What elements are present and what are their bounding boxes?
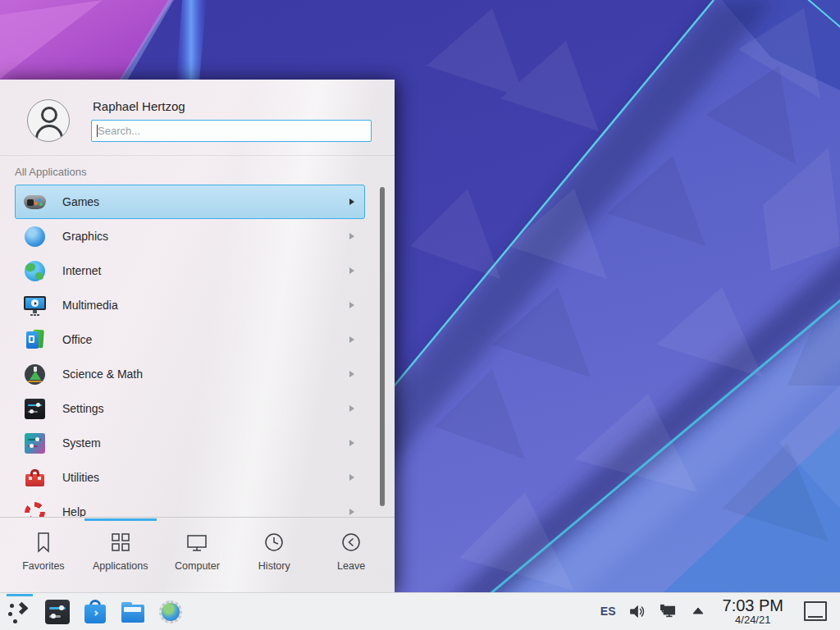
app-category-icon xyxy=(24,294,46,317)
app-category-row[interactable]: Help xyxy=(15,495,365,517)
user-avatar[interactable] xyxy=(27,99,70,142)
app-category-label: Science & Math xyxy=(62,368,143,381)
keyboard-layout-indicator[interactable]: ES xyxy=(600,605,616,618)
app-category-icon xyxy=(24,467,46,489)
submenu-arrow-icon xyxy=(349,336,354,343)
app-category-label: Help xyxy=(62,505,86,517)
tab-label: Applications xyxy=(93,560,148,572)
app-category-row[interactable]: Multimedia xyxy=(15,288,365,322)
submenu-arrow-icon xyxy=(349,509,354,515)
system-tray: ES 7:03 PM xyxy=(600,597,827,626)
search-input[interactable] xyxy=(91,120,372,142)
app-category-row[interactable]: Settings xyxy=(15,391,365,426)
submenu-arrow-icon xyxy=(349,371,354,377)
app-category-icon xyxy=(24,329,46,351)
section-label: All Applications xyxy=(15,166,395,178)
app-category-row[interactable]: System xyxy=(15,426,365,460)
app-category-label: Games xyxy=(62,195,99,208)
clock-date: 4/24/21 xyxy=(723,614,783,626)
tab-applications[interactable]: Applications xyxy=(82,518,159,592)
taskbar-launcher[interactable] xyxy=(120,599,146,625)
submenu-arrow-icon xyxy=(349,474,354,481)
volume-icon[interactable] xyxy=(628,602,646,620)
submenu-arrow-icon xyxy=(349,440,354,446)
app-category-icon xyxy=(24,398,46,420)
menu-header: Raphael Hertzog xyxy=(0,80,395,156)
app-category-label: Internet xyxy=(62,264,101,277)
submenu-arrow-icon xyxy=(349,233,354,240)
app-category-row[interactable]: Games xyxy=(15,185,365,219)
app-category-row[interactable]: Graphics xyxy=(15,219,365,253)
app-category-row[interactable]: Office xyxy=(15,322,365,357)
submenu-arrow-icon xyxy=(349,302,354,308)
submenu-arrow-icon xyxy=(349,267,354,274)
app-category-label: Settings xyxy=(62,402,104,415)
app-category-icon xyxy=(24,260,46,282)
submenu-arrow-icon xyxy=(349,199,354,205)
digital-clock[interactable]: 7:03 PM 4/24/21 xyxy=(723,597,783,626)
taskbar-launcher[interactable] xyxy=(158,599,184,625)
clock-time: 7:03 PM xyxy=(723,597,783,614)
app-category-label: Utilities xyxy=(62,471,99,484)
app-category-icon xyxy=(24,432,46,454)
menu-footer: Favorites Applications Computer Hist xyxy=(0,517,395,592)
desktop: Raphael Hertzog All Applications Games xyxy=(0,0,840,630)
app-category-row[interactable]: Utilities xyxy=(15,460,365,495)
tab-label: Computer xyxy=(175,560,220,572)
app-category-icon xyxy=(24,226,46,248)
app-category-label: System xyxy=(62,436,101,450)
app-category-icon xyxy=(24,363,46,386)
app-category-label: Office xyxy=(62,333,92,346)
kickoff-menu: Raphael Hertzog All Applications Games xyxy=(0,80,395,592)
app-category-row[interactable]: Science & Math xyxy=(15,357,365,391)
tab-history[interactable]: History xyxy=(235,518,313,592)
clock-icon xyxy=(262,530,286,555)
tab-leave[interactable]: Leave xyxy=(313,518,390,592)
menu-body: All Applications Games Graphics xyxy=(0,156,395,517)
app-category-icon xyxy=(24,191,46,213)
monitor-icon xyxy=(185,530,209,555)
user-name: Raphael Hertzog xyxy=(93,99,372,113)
network-icon[interactable] xyxy=(659,602,677,620)
scrollbar-track[interactable] xyxy=(380,187,385,506)
submenu-arrow-icon xyxy=(349,405,354,412)
tab-label: History xyxy=(258,560,290,572)
show-desktop-button[interactable] xyxy=(804,601,827,621)
app-category-icon xyxy=(24,501,46,518)
app-category-row[interactable]: Internet xyxy=(15,253,365,288)
tab-favorites[interactable]: Favorites xyxy=(5,518,82,592)
taskbar: ES 7:03 PM xyxy=(0,592,840,630)
expand-tray-icon[interactable] xyxy=(689,602,707,620)
tab-computer[interactable]: Computer xyxy=(159,518,236,592)
app-category-label: Multimedia xyxy=(62,299,118,312)
leave-icon xyxy=(339,530,363,555)
taskbar-launcher[interactable] xyxy=(44,599,71,625)
app-category-label: Graphics xyxy=(62,230,108,243)
scrollbar-thumb[interactable] xyxy=(380,187,385,506)
tab-label: Favorites xyxy=(22,560,64,572)
app-grid-icon xyxy=(108,530,133,555)
app-category-list: Games Graphics Internet xyxy=(15,185,365,517)
taskbar-launchers xyxy=(7,599,184,625)
taskbar-launcher[interactable] xyxy=(82,599,108,625)
taskbar-launcher[interactable] xyxy=(7,599,33,625)
text-caret xyxy=(97,125,98,137)
bookmark-icon xyxy=(31,530,56,555)
tab-label: Leave xyxy=(337,560,365,572)
